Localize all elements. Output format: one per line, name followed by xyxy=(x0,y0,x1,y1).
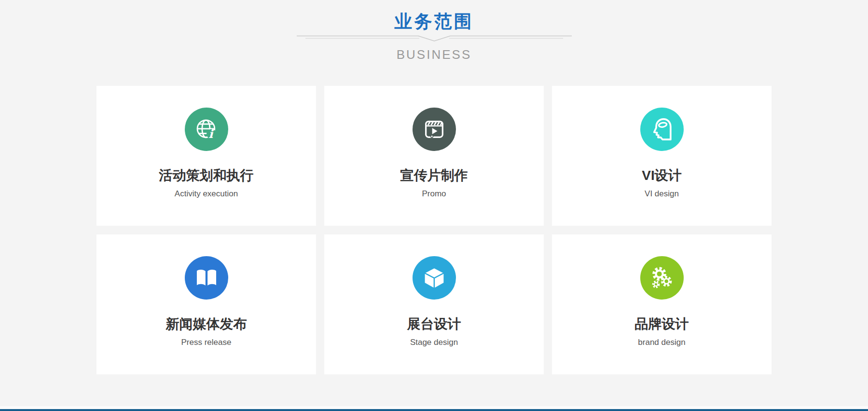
card-promo[interactable]: 宣传片制作 Promo xyxy=(324,86,544,226)
card-subtitle: Stage design xyxy=(324,338,544,347)
gears-icon xyxy=(640,256,684,300)
card-stage-design[interactable]: 展台设计 Stage design xyxy=(324,234,544,374)
card-title: 宣传片制作 xyxy=(324,168,544,183)
globe-info-icon: i xyxy=(185,108,228,151)
open-book-icon xyxy=(185,256,228,300)
head-profile-icon xyxy=(640,108,684,151)
card-vi-design[interactable]: VI设计 VI design xyxy=(552,86,772,226)
section-subtitle: BUSINESS xyxy=(0,47,868,62)
clapperboard-play-icon xyxy=(413,108,456,151)
card-activity-execution[interactable]: i 活动策划和执行 Activity execution xyxy=(96,86,316,226)
card-subtitle: brand design xyxy=(552,338,772,347)
card-subtitle: Press release xyxy=(96,338,316,347)
section-divider xyxy=(0,34,868,42)
cube-icon xyxy=(413,256,456,300)
card-title: 新闻媒体发布 xyxy=(96,317,316,331)
card-title: 活动策划和执行 xyxy=(96,168,316,183)
bottom-accent-bar xyxy=(0,409,868,411)
business-cards-grid: i 活动策划和执行 Activity execution 宣传片制 xyxy=(96,86,772,374)
card-subtitle: Promo xyxy=(324,189,544,198)
divider-chevron-icon xyxy=(297,34,572,42)
section-title: 业务范围 xyxy=(0,12,868,32)
card-press-release[interactable]: 新闻媒体发布 Press release xyxy=(96,234,316,374)
card-title: 品牌设计 xyxy=(552,317,772,331)
card-title: VI设计 xyxy=(552,168,772,183)
card-brand-design[interactable]: 品牌设计 brand design xyxy=(552,234,772,374)
business-section-header: 业务范围 BUSINESS xyxy=(0,0,868,62)
card-subtitle: Activity execution xyxy=(96,189,316,198)
card-subtitle: VI design xyxy=(552,189,772,198)
card-title: 展台设计 xyxy=(324,317,544,331)
